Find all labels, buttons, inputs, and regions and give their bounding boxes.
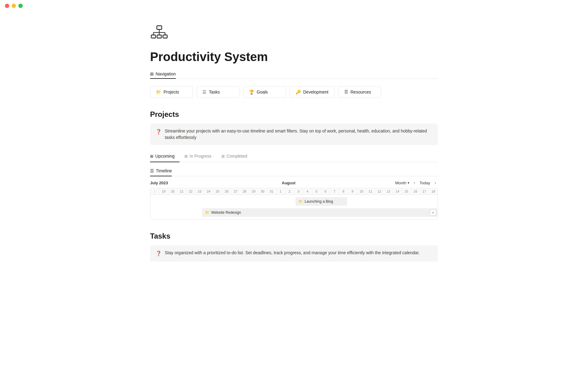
calendar-day: 31 — [267, 188, 276, 194]
main-content: Productivity System ⊞ Navigation 📁 Proje… — [110, 12, 478, 286]
website-redesign-label: Website Redesign — [211, 210, 241, 215]
nav-card-goals-label: Goals — [257, 90, 268, 94]
calendar-day: 19 — [159, 188, 168, 194]
launching-blog-label: Launching a Blog — [305, 199, 333, 204]
calendar-day: 13 — [384, 188, 393, 194]
completed-tab-icon: ⊞ — [221, 154, 225, 159]
tab-completed[interactable]: ⊞ Completed — [221, 151, 252, 162]
calendar-day: 29 — [249, 188, 258, 194]
projects-tabs-row: ⊞ Upcoming ⊞ In Progress ⊞ Completed — [150, 151, 438, 162]
timeline-tab[interactable]: ☰ Timeline — [150, 168, 172, 176]
nav-tab-icon: ⊞ — [150, 71, 154, 76]
calendar-day: 10 — [357, 188, 366, 194]
calendar-day: 30 — [258, 188, 267, 194]
nav-cards: 📁 Projects ☰ Tasks 🏆 Goals 🔑 Development… — [150, 86, 438, 98]
minimize-button[interactable] — [12, 4, 16, 8]
calendar-day: 8 — [339, 188, 348, 194]
projects-title: Projects — [150, 110, 438, 119]
month-select[interactable]: Month ▾ — [395, 181, 409, 185]
calendar-day: 25 — [213, 188, 222, 194]
tab-in-progress-label: In Progress — [190, 154, 212, 159]
calendar-day: 14 — [393, 188, 402, 194]
close-button[interactable] — [5, 4, 9, 8]
calendar-day: 3 — [294, 188, 303, 194]
timeline-section: ☰ Timeline July 2023 August Month ▾ ‹ To… — [150, 168, 438, 220]
page-icon — [150, 24, 438, 43]
navigation-section: ⊞ Navigation — [150, 71, 438, 79]
today-button[interactable]: Today — [420, 181, 430, 185]
calendar-days-row: 1 19 20 21 22 23 24 25 26 27 28 29 30 31… — [150, 188, 438, 195]
prev-nav-button[interactable]: ‹ — [412, 179, 417, 186]
in-progress-tab-icon: ⊞ — [184, 154, 188, 159]
page-title: Productivity System — [150, 49, 438, 64]
nav-card-goals[interactable]: 🏆 Goals — [243, 86, 286, 98]
calendar-day: 16 — [411, 188, 420, 194]
tab-upcoming[interactable]: ⊞ Upcoming — [150, 151, 179, 162]
projects-section: Projects ❓ Streamline your projects with… — [150, 110, 438, 220]
calendar-day: 15 — [402, 188, 411, 194]
timeline-tab-icon: ☰ — [150, 168, 154, 173]
launching-blog-icon: 📁 — [299, 200, 303, 204]
calendar-day: 18 — [429, 188, 438, 194]
tasks-title: Tasks — [150, 232, 438, 240]
nav-card-tasks-label: Tasks — [209, 90, 220, 94]
svg-rect-2 — [157, 35, 161, 38]
calendar-events-area: 📁 Launching a Blog 📁 Website Redesign + — [150, 195, 438, 219]
add-event-button[interactable]: + — [430, 209, 436, 216]
nav-card-resources[interactable]: 🗄 Resources — [338, 86, 381, 98]
event-launching-blog[interactable]: 📁 Launching a Blog — [296, 197, 347, 206]
calendar-day: 20 — [168, 188, 177, 194]
calendar-day: 24 — [204, 188, 213, 194]
projects-info-text: Streamline your projects with an easy-to… — [165, 128, 432, 141]
nav-card-development-label: Development — [303, 90, 329, 94]
next-nav-button[interactable]: › — [433, 179, 438, 186]
tasks-info-box: ❓ Stay organized with a prioritized to-d… — [150, 245, 438, 262]
event-website-redesign[interactable]: 📁 Website Redesign + — [202, 208, 437, 217]
tasks-icon: ☰ — [202, 90, 206, 94]
calendar-day: 12 — [375, 188, 384, 194]
tasks-info-text: Stay organized with a prioritized to-do … — [165, 250, 420, 256]
nav-card-projects[interactable]: 📁 Projects — [150, 86, 193, 98]
svg-rect-3 — [163, 35, 167, 38]
calendar-day: 6 — [321, 188, 330, 194]
nav-card-resources-label: Resources — [351, 90, 371, 94]
calendar-day: 4 — [303, 188, 312, 194]
svg-rect-0 — [157, 26, 162, 29]
calendar-day: 11 — [366, 188, 375, 194]
calendar-day: 17 — [420, 188, 429, 194]
chevron-down-icon: ▾ — [408, 181, 409, 185]
nav-card-development[interactable]: 🔑 Development — [290, 86, 334, 98]
calendar-day: 26 — [222, 188, 231, 194]
navigation-tab[interactable]: ⊞ Navigation — [150, 71, 176, 79]
tab-completed-label: Completed — [227, 154, 247, 159]
website-redesign-icon: 📁 — [205, 211, 209, 215]
calendar-day: 21 — [177, 188, 186, 194]
calendar-day: 1 — [276, 188, 285, 194]
tab-in-progress[interactable]: ⊞ In Progress — [184, 151, 217, 162]
tasks-section: Tasks ❓ Stay organized with a prioritize… — [150, 232, 438, 262]
upcoming-tab-icon: ⊞ — [150, 154, 153, 159]
calendar-day: 2 — [285, 188, 294, 194]
calendar-day: 23 — [195, 188, 204, 194]
goals-icon: 🏆 — [249, 90, 254, 94]
month-select-label: Month — [395, 181, 406, 185]
timeline-tab-row: ☰ Timeline — [150, 168, 438, 176]
projects-icon: 📁 — [156, 90, 161, 94]
maximize-button[interactable] — [18, 4, 23, 8]
nav-card-projects-label: Projects — [164, 90, 179, 94]
calendar-day: 7 — [330, 188, 339, 194]
calendar-day: 28 — [240, 188, 249, 194]
timeline-controls: Month ▾ ‹ Today › — [395, 179, 438, 186]
svg-rect-1 — [151, 35, 156, 38]
nav-card-tasks[interactable]: ☰ Tasks — [197, 86, 239, 98]
timeline-tab-label: Timeline — [156, 168, 172, 173]
tasks-info-icon: ❓ — [156, 250, 162, 257]
calendar-day: 22 — [186, 188, 195, 194]
development-icon: 🔑 — [296, 90, 301, 94]
july-label: July 2023 — [150, 181, 175, 185]
calendar-day: 27 — [231, 188, 240, 194]
info-icon: ❓ — [156, 128, 162, 136]
calendar-day: 5 — [312, 188, 321, 194]
nav-tab-label: Navigation — [156, 71, 176, 76]
calendar-grid: 1 19 20 21 22 23 24 25 26 27 28 29 30 31… — [150, 188, 438, 220]
